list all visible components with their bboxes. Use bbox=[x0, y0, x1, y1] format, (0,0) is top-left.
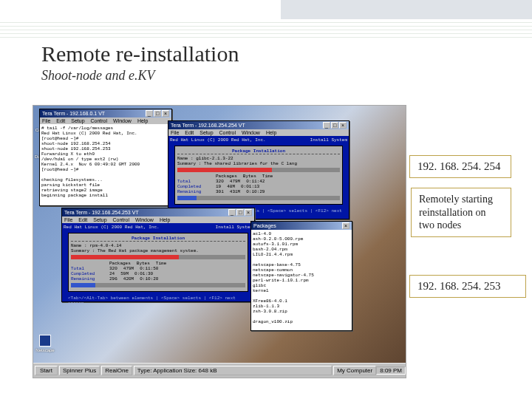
callout-text: 192. 168. 254. 254 bbox=[417, 160, 501, 172]
package-progress-bar bbox=[71, 255, 245, 259]
close-button[interactable]: × bbox=[339, 122, 347, 129]
package-progress-bar bbox=[177, 168, 340, 172]
callout-ip-254: 192. 168. 254. 254 bbox=[409, 155, 511, 178]
close-button[interactable]: × bbox=[245, 209, 252, 216]
console-output: # tail -f /var/log/messages Red Hat Linu… bbox=[40, 124, 171, 205]
installer-footer: <Tab>/<Alt-Tab> between elements | <Spac… bbox=[64, 295, 253, 307]
stats-row-completed: Completed 1948M0:01:13 bbox=[177, 184, 340, 189]
minimize-button[interactable]: _ bbox=[146, 110, 153, 117]
stats-row-completed: Completed 2459M0:01:30 bbox=[71, 271, 245, 276]
callout-text: 192. 168. 254. 253 bbox=[417, 280, 501, 292]
decorative-gridlines bbox=[0, 22, 532, 38]
slide-subtitle: Shoot-node and e.KV bbox=[41, 68, 154, 83]
maximize-button[interactable]: □ bbox=[154, 110, 161, 117]
menu-window[interactable]: Window bbox=[113, 118, 132, 123]
embedded-screenshot: My Computer My Documents IE Netscape Ter… bbox=[33, 105, 406, 378]
anaconda-installer: Red Hat Linux (C) 2000 Red Hat, Inc. Ins… bbox=[62, 223, 254, 301]
menu-help[interactable]: Help bbox=[266, 130, 276, 135]
menu-file[interactable]: File bbox=[42, 118, 50, 123]
total-progress-bar bbox=[71, 283, 245, 287]
callout-ip-253: 192. 168. 254. 253 bbox=[409, 275, 526, 298]
package-panel: Package Installation Name : glibc-2.1.3-… bbox=[174, 146, 343, 205]
titlebar[interactable]: Tera Term - 192.168.254.253 VT _ □ × bbox=[62, 208, 254, 216]
menu-window[interactable]: Window bbox=[135, 217, 154, 222]
slide-title: Remote re-installation bbox=[41, 41, 239, 66]
titlebar[interactable]: Tera Term - 192.168.254.254 VT _ □ × bbox=[168, 121, 349, 129]
panel-title: Package Installation bbox=[177, 149, 340, 154]
menu-edit[interactable]: Edit bbox=[78, 217, 87, 222]
window-title: Packages bbox=[253, 223, 276, 228]
menubar[interactable]: File Edit Setup Control Window Help bbox=[62, 216, 254, 223]
menu-window[interactable]: Window bbox=[242, 130, 260, 135]
menu-file[interactable]: File bbox=[64, 217, 72, 222]
package-name: Name : glibc-2.1.3-22 bbox=[177, 156, 340, 161]
titlebar[interactable]: Packages × bbox=[251, 222, 352, 230]
package-name: Name : rpm-4.0-4.14 bbox=[71, 243, 245, 248]
package-summary: Summary : The Red Hat package management… bbox=[71, 248, 245, 253]
desktop-icon[interactable]: Netscape bbox=[35, 335, 55, 352]
installer-header-right: Install System bbox=[310, 137, 347, 143]
callout-description: Remotely starting reinstallation on two … bbox=[411, 188, 511, 237]
menu-control[interactable]: Control bbox=[219, 130, 236, 135]
menu-edit[interactable]: Edit bbox=[185, 130, 194, 135]
menubar[interactable]: File Edit Setup Control Window Help bbox=[40, 117, 171, 124]
menu-file[interactable]: File bbox=[171, 130, 179, 135]
stats-row-remaining: Remaining 301431M0:10:29 bbox=[177, 189, 340, 194]
close-button[interactable]: × bbox=[162, 110, 169, 117]
taskbar-meta[interactable]: My Computer bbox=[333, 366, 376, 375]
menu-control[interactable]: Control bbox=[91, 118, 108, 123]
menu-edit[interactable]: Edit bbox=[56, 118, 65, 123]
system-tray[interactable]: 8:09 PM bbox=[376, 366, 406, 375]
menu-setup[interactable]: Setup bbox=[200, 130, 213, 135]
taskbar-item[interactable]: Spinner Plus bbox=[59, 366, 100, 375]
menu-control[interactable]: Control bbox=[113, 217, 130, 222]
maximize-button[interactable]: □ bbox=[236, 209, 244, 216]
package-panel: Package Installation Name : rpm-4.0-4.14… bbox=[68, 233, 248, 292]
installer-header-left: Red Hat Linux (C) 2000 Red Hat, Inc. bbox=[170, 137, 266, 143]
menubar[interactable]: File Edit Setup Control Window Help bbox=[168, 129, 349, 136]
slide: Remote re-installation Shoot-node and e.… bbox=[0, 0, 532, 399]
menu-setup[interactable]: Setup bbox=[93, 217, 106, 222]
stats-header: Packages Bytes Time bbox=[71, 261, 245, 266]
menu-help[interactable]: Help bbox=[160, 217, 170, 222]
taskbar[interactable]: Start Spinner Plus RealOne Type: Applica… bbox=[33, 363, 406, 378]
window-title: Tera Term - 192.168.254.254 VT bbox=[171, 123, 245, 128]
installer-header-left: Red Hat Linux (C) 2000 Red Hat, Inc. bbox=[64, 225, 160, 230]
teraterm-window-node253[interactable]: Tera Term - 192.168.254.253 VT _ □ × Fil… bbox=[61, 208, 255, 302]
panel-title: Package Installation bbox=[71, 236, 245, 242]
anaconda-installer: Red Hat Linux (C) 2000 Red Hat, Inc. Ins… bbox=[168, 136, 349, 219]
package-list-window[interactable]: Packages × acl-4.0 ash-0.2.0-5.000.rpm a… bbox=[250, 221, 352, 331]
total-progress-bar bbox=[177, 196, 340, 200]
menu-setup[interactable]: Setup bbox=[71, 118, 84, 123]
installer-header-right: Install System bbox=[216, 225, 253, 230]
package-list: acl-4.0 ash-0.2.0-5.000.rpm autofs-3.1.0… bbox=[251, 230, 352, 330]
stats-row-total: Total 320479M0:11:42 bbox=[177, 179, 340, 184]
minimize-button[interactable]: _ bbox=[323, 122, 330, 129]
start-button[interactable]: Start bbox=[35, 366, 58, 375]
window-title: Tera Term - 192.168.0.1 VT bbox=[42, 111, 105, 116]
stats-header: Packages Bytes Time bbox=[177, 174, 340, 179]
menu-help[interactable]: Help bbox=[137, 118, 148, 123]
teraterm-window-node254[interactable]: Tera Term - 192.168.254.254 VT _ □ × Fil… bbox=[168, 120, 349, 219]
minimize-button[interactable]: _ bbox=[228, 209, 236, 216]
teraterm-window-head[interactable]: Tera Term - 192.168.0.1 VT _ □ × File Ed… bbox=[39, 109, 172, 206]
taskbar-item[interactable]: RealOne bbox=[101, 366, 132, 375]
maximize-button[interactable]: □ bbox=[331, 122, 338, 129]
stats-row-remaining: Remaining 296420M0:10:20 bbox=[71, 276, 245, 282]
stats-row-total: Total 320479M0:11:50 bbox=[71, 266, 245, 271]
close-button[interactable]: × bbox=[342, 222, 349, 229]
corner-band bbox=[281, 0, 532, 19]
package-summary: Summary : The shared libraries for the C… bbox=[177, 161, 340, 166]
window-title: Tera Term - 192.168.254.253 VT bbox=[64, 210, 139, 215]
callout-text: Remotely starting reinstallation on two … bbox=[419, 194, 493, 231]
titlebar[interactable]: Tera Term - 192.168.0.1 VT _ □ × bbox=[40, 109, 171, 117]
statusbar-text: Type: Application Size: 648 kB bbox=[134, 366, 332, 375]
